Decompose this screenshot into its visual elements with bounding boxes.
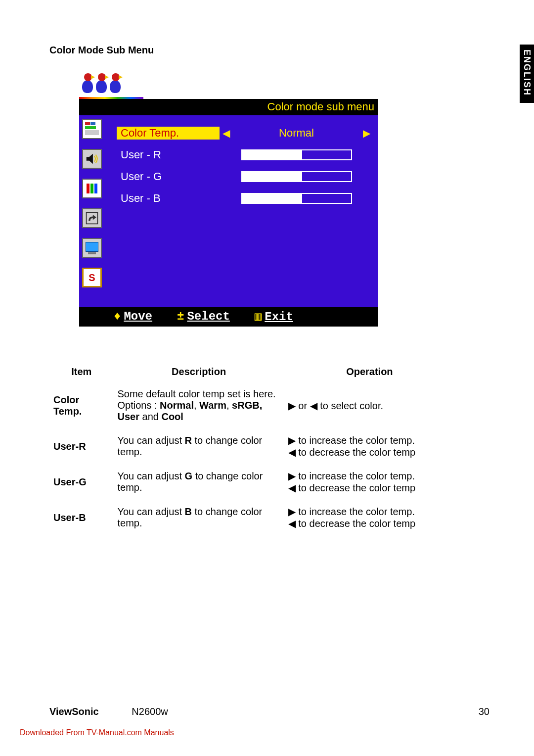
slider-user-g[interactable] [241, 171, 352, 182]
left-arrow-icon[interactable]: ◀ [222, 127, 230, 139]
screen-icon [82, 238, 102, 258]
cell-description: You can adjust B to change color temp. [113, 500, 284, 535]
table-row: User-G You can adjust G to change color … [49, 464, 455, 500]
osd-title: Color mode sub menu [79, 99, 378, 115]
cell-operation: ▶ to increase the color temp. ◀ to decre… [284, 464, 455, 500]
menu-label-user-g: User - G [117, 170, 220, 183]
osd-screenshot: Color mode sub menu S [79, 67, 378, 327]
th-operation: Operation [284, 361, 455, 382]
footer-brand: ViewSonic [49, 706, 99, 717]
rainbow-rule [79, 97, 143, 99]
page-number: 30 [479, 706, 490, 717]
cell-description: Some default color temp set is here. Opt… [113, 382, 284, 428]
select-icon: ± [177, 310, 184, 323]
picture-icon [82, 119, 102, 139]
menu-row-user-b[interactable]: User - B [117, 188, 373, 209]
menu-label-user-r: User - R [117, 148, 220, 161]
audio-icon [82, 149, 102, 169]
color-icon [82, 179, 102, 198]
table-row: Color Temp. Some default color temp set … [49, 382, 455, 428]
source-icon: S [82, 268, 102, 287]
menu-row-user-g[interactable]: User - G [117, 166, 373, 188]
section-title: Color Mode Sub Menu [49, 45, 490, 56]
table-row: User-R You can adjust R to change color … [49, 428, 455, 464]
svg-marker-0 [87, 154, 93, 164]
right-arrow-icon[interactable]: ▶ [363, 127, 370, 139]
cell-item: User-B [49, 500, 113, 535]
menu-row-color-temp[interactable]: Color Temp. ◀ Normal ▶ [117, 122, 373, 144]
menu-row-user-r[interactable]: User - R [117, 144, 373, 166]
cell-operation: ▶ to increase the color temp. ◀ to decre… [284, 500, 455, 535]
move-icon: ♦ [114, 310, 121, 323]
footer-select: Select [187, 310, 229, 323]
download-source-link[interactable]: Downloaded From TV-Manual.com Manuals [20, 728, 174, 737]
setup-icon [82, 208, 102, 228]
language-tab: ENGLISH [520, 45, 534, 103]
menu-label-color-temp: Color Temp. [117, 127, 220, 140]
footer-move: Move [124, 310, 152, 323]
cell-operation: ▶ to increase the color temp. ◀ to decre… [284, 428, 455, 464]
cell-description: You can adjust G to change color temp. [113, 464, 284, 500]
th-item: Item [49, 361, 113, 382]
viewsonic-birds-logo [80, 67, 139, 94]
cell-operation: ▶ or ◀ to select color. [284, 382, 455, 428]
table-header-row: Item Description Operation [49, 361, 455, 382]
description-table: Item Description Operation Color Temp. S… [49, 361, 455, 535]
slider-user-r[interactable] [241, 149, 352, 160]
cell-item: Color Temp. [49, 382, 113, 428]
cell-item: User-R [49, 428, 113, 464]
footer-model: N2600w [132, 706, 168, 717]
slider-user-b[interactable] [241, 193, 352, 204]
th-description: Description [113, 361, 284, 382]
cell-item: User-G [49, 464, 113, 500]
osd-footer: ♦Move ±Select ▥Exit [79, 307, 378, 327]
menu-value-color-temp: Normal [230, 127, 363, 140]
osd-icon-column: S [79, 115, 109, 307]
cell-description: You can adjust R to change color temp. [113, 428, 284, 464]
table-row: User-B You can adjust B to change color … [49, 500, 455, 535]
footer-exit: Exit [265, 310, 293, 324]
exit-icon: ▥ [255, 310, 262, 324]
page-footer: ViewSonic N2600w 30 [49, 706, 490, 717]
menu-label-user-b: User - B [117, 192, 220, 205]
